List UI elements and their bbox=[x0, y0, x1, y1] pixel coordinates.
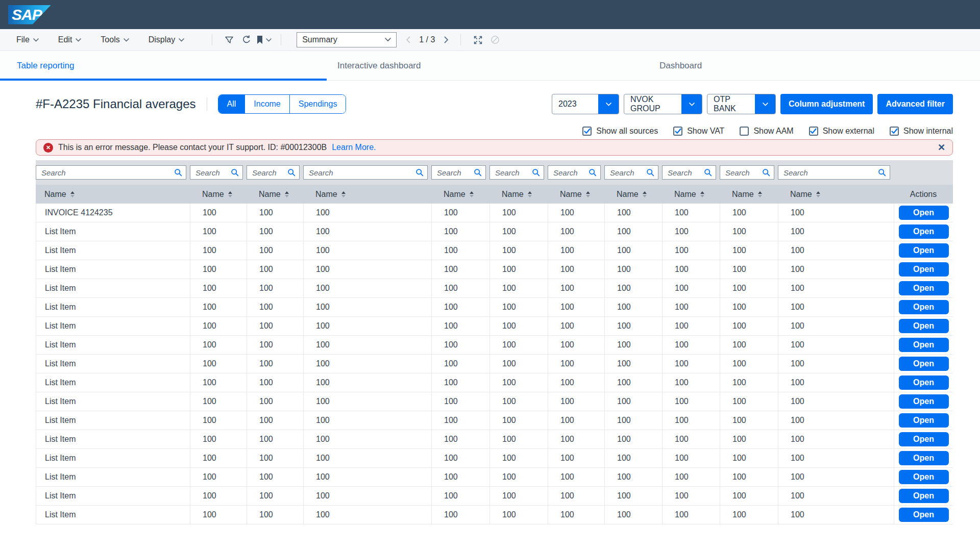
column-header-9[interactable]: Name bbox=[662, 190, 720, 199]
select-chevron-button[interactable] bbox=[755, 94, 775, 114]
column-header-3[interactable]: Name bbox=[247, 190, 303, 199]
open-button[interactable]: Open bbox=[899, 319, 949, 333]
row-value-cell: 100 bbox=[778, 411, 894, 430]
filter-select-nvok-group[interactable]: NVOK GROUP bbox=[624, 94, 702, 114]
column-header-5[interactable]: Name bbox=[431, 190, 489, 199]
disabled-action-button[interactable] bbox=[486, 32, 504, 47]
open-button[interactable]: Open bbox=[899, 451, 949, 465]
column-header-6[interactable]: Name bbox=[489, 190, 548, 199]
open-button[interactable]: Open bbox=[899, 375, 949, 390]
open-button[interactable]: Open bbox=[899, 432, 949, 446]
row-value-cell: 100 bbox=[247, 468, 303, 486]
open-button[interactable]: Open bbox=[899, 281, 949, 295]
row-value-cell: 100 bbox=[303, 449, 431, 467]
filter-select-otp-bank[interactable]: OTP BANK bbox=[707, 94, 776, 114]
column-header-label: Name bbox=[315, 190, 337, 199]
row-value-cell: 100 bbox=[303, 355, 431, 373]
checkbox-box[interactable] bbox=[740, 127, 749, 136]
row-value-cell: 100 bbox=[431, 260, 489, 279]
menu-label: Display bbox=[149, 35, 175, 44]
learn-more-link[interactable]: Learn More. bbox=[332, 143, 376, 152]
checkbox-show-internal[interactable]: Show internal bbox=[890, 127, 953, 136]
bookmark-button[interactable] bbox=[255, 32, 273, 47]
row-value-cell: 100 bbox=[489, 430, 548, 448]
open-button[interactable]: Open bbox=[899, 338, 949, 352]
expand-button[interactable] bbox=[469, 32, 486, 47]
menu-file[interactable]: File bbox=[16, 35, 39, 44]
checkbox-box[interactable] bbox=[582, 127, 592, 136]
column-search-input-11[interactable] bbox=[778, 165, 890, 180]
table-row: List Item 100100100100100100100100100100… bbox=[36, 411, 953, 430]
advanced-filter-button[interactable]: Advanced filter bbox=[877, 94, 953, 114]
row-value-cell: 100 bbox=[489, 317, 548, 335]
row-value-cell: 100 bbox=[548, 317, 604, 335]
row-name-cell: List Item bbox=[36, 336, 190, 354]
menu-display[interactable]: Display bbox=[149, 35, 184, 44]
open-button[interactable]: Open bbox=[899, 413, 949, 428]
filter-icon bbox=[224, 35, 234, 45]
row-actions-cell: Open bbox=[894, 241, 953, 260]
open-button[interactable]: Open bbox=[899, 206, 949, 220]
column-header-2[interactable]: Name bbox=[190, 190, 247, 199]
column-search-input-1[interactable] bbox=[36, 165, 186, 180]
open-button[interactable]: Open bbox=[899, 508, 949, 522]
refresh-button[interactable] bbox=[238, 32, 255, 47]
segment-all[interactable]: All bbox=[218, 95, 245, 113]
row-value-cell: 100 bbox=[489, 336, 548, 354]
open-button[interactable]: Open bbox=[899, 489, 949, 503]
row-value-cell: 100 bbox=[548, 430, 604, 448]
column-search-input-4[interactable] bbox=[303, 165, 428, 180]
open-button[interactable]: Open bbox=[899, 357, 949, 371]
column-header-label: Name bbox=[502, 190, 524, 199]
row-value-cell: 100 bbox=[489, 392, 548, 411]
checkbox-show-aam[interactable]: Show AAM bbox=[740, 127, 793, 136]
segment-income[interactable]: Income bbox=[244, 95, 289, 113]
column-header-11[interactable]: Name bbox=[778, 190, 894, 199]
error-close-button[interactable]: ✕ bbox=[938, 142, 945, 153]
open-button[interactable]: Open bbox=[899, 300, 949, 314]
column-header-4[interactable]: Name bbox=[303, 190, 431, 199]
open-button[interactable]: Open bbox=[899, 243, 949, 258]
prev-page-button[interactable] bbox=[402, 33, 414, 46]
table-row: List Item 100100100100100100100100100100… bbox=[36, 317, 953, 336]
tab-dashboard[interactable]: Dashboard bbox=[653, 51, 980, 80]
tab-table-reporting[interactable]: Table reporting bbox=[0, 51, 327, 80]
row-value-cell: 100 bbox=[720, 355, 778, 373]
row-value-cell: 100 bbox=[247, 260, 303, 279]
toolbar-separator bbox=[212, 34, 212, 45]
checkbox-show-vat[interactable]: Show VAT bbox=[673, 127, 724, 136]
row-value-cell: 100 bbox=[489, 468, 548, 486]
view-select[interactable]: Summary bbox=[297, 32, 397, 47]
row-name-cell: List Item bbox=[36, 279, 190, 297]
column-header-10[interactable]: Name bbox=[720, 190, 778, 199]
row-value-cell: 100 bbox=[431, 279, 489, 297]
segment-spendings[interactable]: Spendings bbox=[289, 95, 346, 113]
open-button[interactable]: Open bbox=[899, 470, 949, 484]
checkbox-box[interactable] bbox=[890, 127, 899, 136]
checkbox-box[interactable] bbox=[673, 127, 682, 136]
select-chevron-button[interactable] bbox=[598, 94, 619, 114]
open-button[interactable]: Open bbox=[899, 262, 949, 277]
checkbox-box[interactable] bbox=[809, 127, 818, 136]
row-actions-cell: Open bbox=[894, 317, 953, 335]
filter-select-2023[interactable]: 2023 bbox=[552, 94, 619, 114]
next-page-button[interactable] bbox=[440, 33, 452, 46]
checkbox-show-external[interactable]: Show external bbox=[809, 127, 874, 136]
filter-button[interactable] bbox=[220, 32, 238, 47]
select-chevron-button[interactable] bbox=[681, 94, 702, 114]
column-header-1[interactable]: Name bbox=[36, 190, 190, 199]
column-adjustment-button[interactable]: Column adjustment bbox=[780, 94, 873, 114]
column-header-7[interactable]: Name bbox=[548, 190, 604, 199]
checkbox-label: Show external bbox=[823, 127, 874, 136]
checkbox-show-all-sources[interactable]: Show all sources bbox=[582, 127, 658, 136]
row-value-cell: 100 bbox=[720, 317, 778, 335]
row-value-cell: 100 bbox=[548, 355, 604, 373]
menu-tools[interactable]: Tools bbox=[101, 35, 129, 44]
column-header-8[interactable]: Name bbox=[604, 190, 662, 199]
open-button[interactable]: Open bbox=[899, 394, 949, 409]
row-value-cell: 100 bbox=[604, 411, 662, 430]
open-button[interactable]: Open bbox=[899, 224, 949, 239]
menu-edit[interactable]: Edit bbox=[58, 35, 82, 44]
tab-interactive-dashboard[interactable]: Interactive dashboard bbox=[327, 51, 653, 80]
menu-label: Tools bbox=[101, 35, 119, 44]
